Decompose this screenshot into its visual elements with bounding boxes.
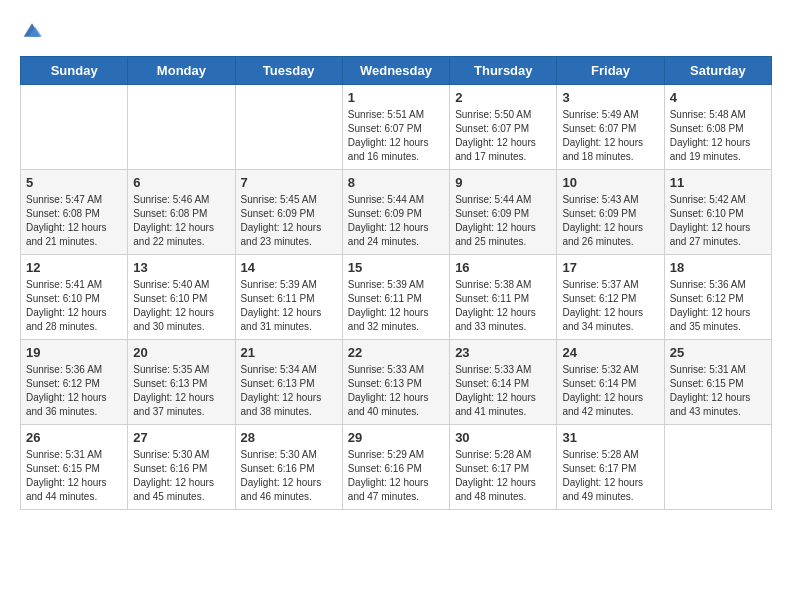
calendar-cell: 21Sunrise: 5:34 AM Sunset: 6:13 PM Dayli… — [235, 340, 342, 425]
calendar-cell — [128, 85, 235, 170]
calendar-cell — [664, 425, 771, 510]
calendar-cell — [235, 85, 342, 170]
day-info: Sunrise: 5:33 AM Sunset: 6:13 PM Dayligh… — [348, 363, 444, 419]
day-info: Sunrise: 5:44 AM Sunset: 6:09 PM Dayligh… — [455, 193, 551, 249]
day-number: 5 — [26, 175, 122, 190]
day-info: Sunrise: 5:38 AM Sunset: 6:11 PM Dayligh… — [455, 278, 551, 334]
day-info: Sunrise: 5:31 AM Sunset: 6:15 PM Dayligh… — [670, 363, 766, 419]
day-info: Sunrise: 5:36 AM Sunset: 6:12 PM Dayligh… — [26, 363, 122, 419]
day-number: 22 — [348, 345, 444, 360]
calendar-cell: 3Sunrise: 5:49 AM Sunset: 6:07 PM Daylig… — [557, 85, 664, 170]
day-number: 17 — [562, 260, 658, 275]
day-number: 19 — [26, 345, 122, 360]
day-info: Sunrise: 5:39 AM Sunset: 6:11 PM Dayligh… — [348, 278, 444, 334]
day-number: 30 — [455, 430, 551, 445]
calendar-cell: 1Sunrise: 5:51 AM Sunset: 6:07 PM Daylig… — [342, 85, 449, 170]
day-number: 24 — [562, 345, 658, 360]
calendar-cell: 5Sunrise: 5:47 AM Sunset: 6:08 PM Daylig… — [21, 170, 128, 255]
calendar-week-1: 1Sunrise: 5:51 AM Sunset: 6:07 PM Daylig… — [21, 85, 772, 170]
weekday-header-sunday: Sunday — [21, 57, 128, 85]
calendar-cell: 20Sunrise: 5:35 AM Sunset: 6:13 PM Dayli… — [128, 340, 235, 425]
day-number: 16 — [455, 260, 551, 275]
calendar-cell: 7Sunrise: 5:45 AM Sunset: 6:09 PM Daylig… — [235, 170, 342, 255]
day-number: 12 — [26, 260, 122, 275]
day-number: 25 — [670, 345, 766, 360]
calendar-cell: 27Sunrise: 5:30 AM Sunset: 6:16 PM Dayli… — [128, 425, 235, 510]
calendar-cell: 28Sunrise: 5:30 AM Sunset: 6:16 PM Dayli… — [235, 425, 342, 510]
calendar-cell: 9Sunrise: 5:44 AM Sunset: 6:09 PM Daylig… — [450, 170, 557, 255]
day-number: 31 — [562, 430, 658, 445]
day-info: Sunrise: 5:49 AM Sunset: 6:07 PM Dayligh… — [562, 108, 658, 164]
calendar-cell: 16Sunrise: 5:38 AM Sunset: 6:11 PM Dayli… — [450, 255, 557, 340]
calendar-cell: 11Sunrise: 5:42 AM Sunset: 6:10 PM Dayli… — [664, 170, 771, 255]
day-number: 27 — [133, 430, 229, 445]
day-number: 20 — [133, 345, 229, 360]
calendar-cell: 15Sunrise: 5:39 AM Sunset: 6:11 PM Dayli… — [342, 255, 449, 340]
calendar-cell: 30Sunrise: 5:28 AM Sunset: 6:17 PM Dayli… — [450, 425, 557, 510]
calendar-cell: 10Sunrise: 5:43 AM Sunset: 6:09 PM Dayli… — [557, 170, 664, 255]
day-number: 13 — [133, 260, 229, 275]
calendar-cell: 18Sunrise: 5:36 AM Sunset: 6:12 PM Dayli… — [664, 255, 771, 340]
day-number: 11 — [670, 175, 766, 190]
calendar-cell — [21, 85, 128, 170]
calendar-cell: 2Sunrise: 5:50 AM Sunset: 6:07 PM Daylig… — [450, 85, 557, 170]
day-info: Sunrise: 5:37 AM Sunset: 6:12 PM Dayligh… — [562, 278, 658, 334]
day-number: 28 — [241, 430, 337, 445]
calendar-cell: 6Sunrise: 5:46 AM Sunset: 6:08 PM Daylig… — [128, 170, 235, 255]
calendar-cell: 8Sunrise: 5:44 AM Sunset: 6:09 PM Daylig… — [342, 170, 449, 255]
day-number: 10 — [562, 175, 658, 190]
day-number: 1 — [348, 90, 444, 105]
day-info: Sunrise: 5:35 AM Sunset: 6:13 PM Dayligh… — [133, 363, 229, 419]
weekday-header-wednesday: Wednesday — [342, 57, 449, 85]
day-number: 18 — [670, 260, 766, 275]
calendar-table: SundayMondayTuesdayWednesdayThursdayFrid… — [20, 56, 772, 510]
day-info: Sunrise: 5:47 AM Sunset: 6:08 PM Dayligh… — [26, 193, 122, 249]
day-number: 26 — [26, 430, 122, 445]
day-number: 29 — [348, 430, 444, 445]
day-number: 23 — [455, 345, 551, 360]
logo — [20, 20, 42, 40]
calendar-week-3: 12Sunrise: 5:41 AM Sunset: 6:10 PM Dayli… — [21, 255, 772, 340]
calendar-cell: 23Sunrise: 5:33 AM Sunset: 6:14 PM Dayli… — [450, 340, 557, 425]
day-number: 2 — [455, 90, 551, 105]
day-info: Sunrise: 5:28 AM Sunset: 6:17 PM Dayligh… — [455, 448, 551, 504]
calendar-cell: 26Sunrise: 5:31 AM Sunset: 6:15 PM Dayli… — [21, 425, 128, 510]
day-info: Sunrise: 5:41 AM Sunset: 6:10 PM Dayligh… — [26, 278, 122, 334]
day-info: Sunrise: 5:46 AM Sunset: 6:08 PM Dayligh… — [133, 193, 229, 249]
calendar-cell: 13Sunrise: 5:40 AM Sunset: 6:10 PM Dayli… — [128, 255, 235, 340]
calendar-cell: 19Sunrise: 5:36 AM Sunset: 6:12 PM Dayli… — [21, 340, 128, 425]
day-number: 7 — [241, 175, 337, 190]
day-number: 3 — [562, 90, 658, 105]
day-info: Sunrise: 5:29 AM Sunset: 6:16 PM Dayligh… — [348, 448, 444, 504]
day-number: 4 — [670, 90, 766, 105]
day-number: 21 — [241, 345, 337, 360]
day-info: Sunrise: 5:51 AM Sunset: 6:07 PM Dayligh… — [348, 108, 444, 164]
day-info: Sunrise: 5:48 AM Sunset: 6:08 PM Dayligh… — [670, 108, 766, 164]
calendar-cell: 4Sunrise: 5:48 AM Sunset: 6:08 PM Daylig… — [664, 85, 771, 170]
weekday-header-friday: Friday — [557, 57, 664, 85]
day-info: Sunrise: 5:34 AM Sunset: 6:13 PM Dayligh… — [241, 363, 337, 419]
day-info: Sunrise: 5:30 AM Sunset: 6:16 PM Dayligh… — [133, 448, 229, 504]
page-header — [20, 20, 772, 40]
day-number: 14 — [241, 260, 337, 275]
calendar-week-2: 5Sunrise: 5:47 AM Sunset: 6:08 PM Daylig… — [21, 170, 772, 255]
calendar-cell: 29Sunrise: 5:29 AM Sunset: 6:16 PM Dayli… — [342, 425, 449, 510]
day-info: Sunrise: 5:36 AM Sunset: 6:12 PM Dayligh… — [670, 278, 766, 334]
calendar-cell: 24Sunrise: 5:32 AM Sunset: 6:14 PM Dayli… — [557, 340, 664, 425]
day-info: Sunrise: 5:42 AM Sunset: 6:10 PM Dayligh… — [670, 193, 766, 249]
day-info: Sunrise: 5:43 AM Sunset: 6:09 PM Dayligh… — [562, 193, 658, 249]
day-info: Sunrise: 5:39 AM Sunset: 6:11 PM Dayligh… — [241, 278, 337, 334]
calendar-cell: 12Sunrise: 5:41 AM Sunset: 6:10 PM Dayli… — [21, 255, 128, 340]
day-info: Sunrise: 5:32 AM Sunset: 6:14 PM Dayligh… — [562, 363, 658, 419]
day-info: Sunrise: 5:50 AM Sunset: 6:07 PM Dayligh… — [455, 108, 551, 164]
day-number: 8 — [348, 175, 444, 190]
calendar-week-4: 19Sunrise: 5:36 AM Sunset: 6:12 PM Dayli… — [21, 340, 772, 425]
day-info: Sunrise: 5:45 AM Sunset: 6:09 PM Dayligh… — [241, 193, 337, 249]
day-info: Sunrise: 5:28 AM Sunset: 6:17 PM Dayligh… — [562, 448, 658, 504]
logo-icon — [22, 20, 42, 40]
calendar-week-5: 26Sunrise: 5:31 AM Sunset: 6:15 PM Dayli… — [21, 425, 772, 510]
weekday-header-monday: Monday — [128, 57, 235, 85]
calendar-header-row: SundayMondayTuesdayWednesdayThursdayFrid… — [21, 57, 772, 85]
weekday-header-tuesday: Tuesday — [235, 57, 342, 85]
day-info: Sunrise: 5:30 AM Sunset: 6:16 PM Dayligh… — [241, 448, 337, 504]
